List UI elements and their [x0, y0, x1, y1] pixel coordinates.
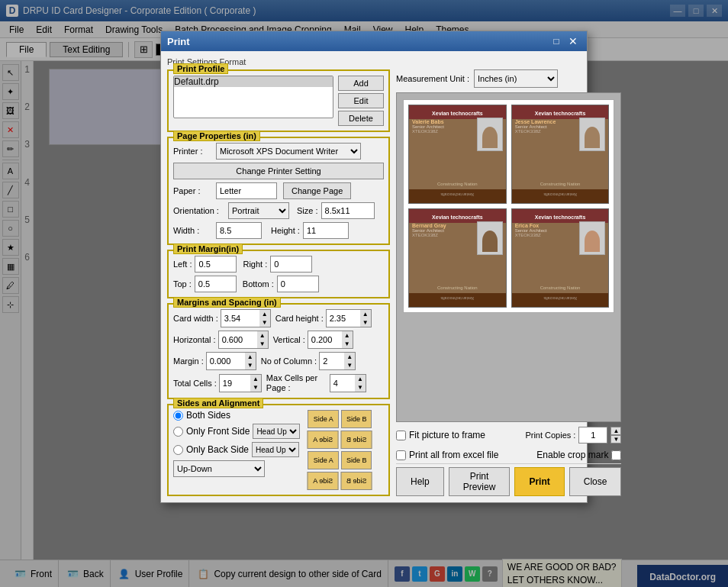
- horizontal-input[interactable]: [219, 331, 257, 348]
- crop-checkbox[interactable]: [611, 450, 621, 460]
- help-button[interactable]: Help: [396, 467, 444, 496]
- front-only-label[interactable]: Only Front Side: [173, 426, 250, 437]
- both-sides-radio-label[interactable]: Both Sides: [173, 410, 300, 421]
- total-cells-input[interactable]: [220, 375, 250, 392]
- add-profile-button[interactable]: Add: [338, 76, 384, 91]
- orientation-select[interactable]: Portrait: [228, 202, 289, 219]
- card-height-input[interactable]: [327, 310, 360, 327]
- print-button[interactable]: Print: [514, 467, 564, 496]
- total-cells-up[interactable]: ▲: [250, 375, 261, 383]
- excel-label[interactable]: Print all from excel file: [396, 450, 498, 460]
- card-height-arrows: ▲ ▼: [360, 310, 371, 327]
- edit-profile-button[interactable]: Edit: [338, 93, 384, 108]
- copies-up[interactable]: ▲: [610, 427, 621, 435]
- no-column-up[interactable]: ▲: [344, 353, 355, 361]
- card-width-up[interactable]: ▲: [259, 310, 270, 318]
- right-input[interactable]: [270, 256, 312, 273]
- card-width-input[interactable]: [221, 310, 259, 327]
- copies-down[interactable]: ▼: [610, 435, 621, 443]
- back-only-radio[interactable]: [173, 445, 183, 455]
- measurement-select[interactable]: Inches (in): [474, 69, 558, 88]
- horizontal-down[interactable]: ▼: [257, 340, 268, 348]
- width-input[interactable]: [216, 222, 262, 239]
- margin-arrows: ▲ ▼: [245, 353, 256, 369]
- front-head-up-select[interactable]: Head Up: [253, 424, 300, 439]
- margin-up[interactable]: ▲: [245, 353, 256, 361]
- profile-option-default: Default.drp: [174, 76, 333, 87]
- bottom-margin: Bottom :: [243, 276, 319, 292]
- max-cells-down[interactable]: ▼: [355, 383, 366, 392]
- side-b-btn-4-flipped[interactable]: Side B: [341, 472, 372, 490]
- card-height-down[interactable]: ▼: [360, 318, 371, 327]
- side-a-btn-4-flipped[interactable]: Side A: [308, 472, 339, 490]
- horizontal-up[interactable]: ▲: [257, 331, 268, 340]
- change-page-button[interactable]: Change Page: [283, 182, 351, 199]
- up-down-select[interactable]: Up-Down: [173, 460, 265, 477]
- margin-down[interactable]: ▼: [245, 361, 256, 369]
- card-2-nation: Constructing Nation: [512, 177, 609, 188]
- card-width-label: Card width :: [173, 314, 218, 323]
- card-3-photo: [477, 221, 503, 255]
- vertical-up[interactable]: ▲: [342, 331, 353, 340]
- excel-checkbox[interactable]: [396, 450, 406, 460]
- card-1-nation: Constructing Nation: [409, 177, 506, 188]
- horizontal-spinner: ▲ ▼: [218, 331, 269, 349]
- card-width-field: Card width : ▲ ▼: [173, 309, 271, 327]
- back-only-label[interactable]: Only Back Side: [173, 444, 249, 455]
- printer-select[interactable]: Microsoft XPS Document Writer: [216, 143, 361, 160]
- max-cells-input[interactable]: [330, 375, 355, 392]
- dialog-maximize-button[interactable]: □: [549, 34, 564, 49]
- page-properties-label: Page Properties (in): [173, 131, 260, 141]
- side-b-btn-3[interactable]: Side B: [341, 451, 372, 469]
- margin-input[interactable]: [207, 353, 245, 369]
- no-column-down[interactable]: ▼: [344, 361, 355, 369]
- no-column-input[interactable]: [320, 353, 344, 369]
- max-cells-up[interactable]: ▲: [355, 375, 366, 383]
- vertical-input[interactable]: [308, 331, 342, 348]
- dialog-title-bar: Print □ ✕: [161, 31, 587, 51]
- top-label: Top :: [173, 279, 192, 289]
- margin-row2: Top : Bottom :: [173, 276, 384, 292]
- card-3: Xevian technocrafts Bernard Gray Senior …: [408, 208, 507, 308]
- print-preview-button[interactable]: Print Preview: [449, 467, 511, 496]
- paper-input[interactable]: [216, 182, 277, 199]
- card-height-spinner: ▲ ▼: [326, 309, 372, 327]
- copies-label: Print Copies :: [525, 431, 575, 440]
- fit-picture-checkbox[interactable]: [396, 431, 406, 440]
- both-sides-radio[interactable]: [173, 411, 183, 421]
- size-input[interactable]: [321, 202, 375, 219]
- total-cells-arrows: ▲ ▼: [250, 375, 261, 392]
- vertical-down[interactable]: ▼: [342, 340, 353, 348]
- left-input[interactable]: [195, 256, 237, 273]
- card-2-footer-content: Xevian technocrafts: [515, 191, 606, 202]
- copies-input[interactable]: [578, 427, 607, 443]
- card-1-footer: Xevian technocrafts: [409, 189, 506, 203]
- delete-profile-button[interactable]: Delete: [338, 111, 384, 126]
- top-input[interactable]: [195, 276, 237, 292]
- card-3-footer: Xevian technocrafts: [409, 293, 506, 307]
- side-a-btn-2-flipped[interactable]: Side A: [308, 431, 339, 449]
- card-width-down[interactable]: ▼: [259, 318, 270, 327]
- side-a-btn-1[interactable]: Side A: [308, 410, 339, 428]
- print-profile-list[interactable]: Default.drp: [173, 76, 333, 118]
- close-button-footer[interactable]: Close: [569, 467, 622, 496]
- no-column-spinner: ▲ ▼: [319, 352, 356, 370]
- back-only-text: Only Back Side: [186, 444, 249, 455]
- dialog-overlay: Print □ ✕ Print Settings Format Print Pr…: [0, 0, 728, 587]
- card-height-label: Card height :: [275, 314, 324, 323]
- side-b-btn-1[interactable]: Side B: [341, 410, 372, 428]
- card-height-up[interactable]: ▲: [360, 310, 371, 318]
- side-a-btn-3[interactable]: Side A: [308, 451, 339, 469]
- height-input[interactable]: [303, 222, 349, 239]
- side-b-btn-2-flipped[interactable]: Side B: [341, 431, 372, 449]
- crop-label[interactable]: Enable crop mark: [536, 450, 621, 460]
- total-cells-down[interactable]: ▼: [250, 383, 261, 392]
- dialog-right-column: Measurement Unit : Inches (in) Xevian te…: [396, 69, 621, 496]
- card-1-company: Xevian technocrafts: [432, 111, 483, 116]
- dialog-close-button[interactable]: ✕: [565, 34, 581, 49]
- front-only-radio[interactable]: [173, 427, 183, 437]
- fit-picture-label[interactable]: Fit picture to frame: [396, 430, 485, 440]
- bottom-input[interactable]: [277, 276, 319, 292]
- change-printer-button[interactable]: Change Printer Setting: [173, 163, 384, 179]
- back-head-up-select[interactable]: Head Up: [252, 442, 299, 457]
